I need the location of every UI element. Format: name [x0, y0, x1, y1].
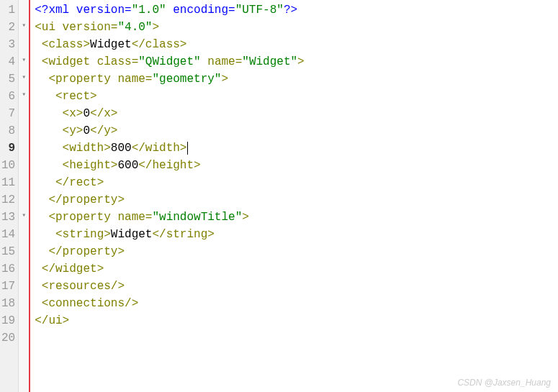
- line-number: 10: [1, 157, 15, 174]
- fold-marker[interactable]: ▾: [19, 69, 29, 86]
- fold-marker: [19, 224, 29, 242]
- line-number: 6: [1, 88, 15, 105]
- line-number: 15: [1, 243, 15, 260]
- line-number: 2: [1, 19, 15, 36]
- fold-marker: [19, 0, 29, 17]
- fold-marker: [19, 173, 29, 190]
- code-line[interactable]: <connections/>: [35, 295, 558, 312]
- fold-marker: [19, 155, 29, 173]
- line-number: 13: [1, 209, 15, 226]
- fold-marker: [19, 35, 29, 52]
- text-cursor: [187, 142, 188, 155]
- line-number: 8: [1, 122, 15, 140]
- fold-marker: [19, 276, 29, 293]
- code-line[interactable]: </property>: [35, 243, 558, 260]
- fold-marker: [19, 293, 29, 311]
- fold-marker: [19, 138, 29, 155]
- line-number: 18: [1, 295, 15, 312]
- fold-marker: [19, 190, 29, 207]
- code-line[interactable]: <width>800</width>: [35, 140, 558, 157]
- code-line[interactable]: <x>0</x>: [35, 105, 558, 122]
- fold-marker[interactable]: ▾: [19, 207, 29, 224]
- fold-marker[interactable]: ▾: [19, 17, 29, 35]
- line-number: 14: [1, 226, 15, 243]
- line-number: 3: [1, 36, 15, 53]
- line-number: 4: [1, 53, 15, 70]
- code-line[interactable]: <property name="geometry">: [35, 70, 558, 88]
- fold-marker: [19, 104, 29, 121]
- fold-marker: [19, 328, 29, 345]
- line-number: 5: [1, 70, 15, 88]
- code-editor[interactable]: 1234567891011121314151617181920 ▾▾▾▾▾ <?…: [0, 0, 558, 392]
- code-line[interactable]: <widget class="QWidget" name="Widget">: [35, 53, 558, 70]
- line-number: 11: [1, 174, 15, 191]
- line-number: 7: [1, 105, 15, 122]
- fold-marker: [19, 311, 29, 328]
- code-line[interactable]: </property>: [35, 191, 558, 209]
- line-number: 20: [1, 329, 15, 347]
- code-line[interactable]: <resources/>: [35, 278, 558, 295]
- code-line[interactable]: <property name="windowTitle">: [35, 209, 558, 226]
- code-line[interactable]: <ui version="4.0">: [35, 19, 558, 36]
- code-line[interactable]: [35, 329, 558, 347]
- watermark: CSDN @Jaxsen_Huang: [457, 378, 551, 388]
- fold-marker[interactable]: ▾: [19, 86, 29, 104]
- line-number: 1: [1, 1, 15, 19]
- code-line[interactable]: <y>0</y>: [35, 122, 558, 140]
- fold-column[interactable]: ▾▾▾▾▾: [19, 0, 30, 392]
- line-number-gutter: 1234567891011121314151617181920: [0, 0, 19, 392]
- code-line[interactable]: </ui>: [35, 312, 558, 329]
- line-number: 16: [1, 260, 15, 278]
- code-line[interactable]: <class>Widget</class>: [35, 36, 558, 53]
- line-number: 9: [1, 140, 15, 157]
- fold-marker: [19, 242, 29, 259]
- code-area[interactable]: <?xml version="1.0" encoding="UTF-8"?><u…: [30, 0, 558, 392]
- code-line[interactable]: <?xml version="1.0" encoding="UTF-8"?>: [35, 1, 558, 19]
- fold-marker: [19, 259, 29, 276]
- code-line[interactable]: </rect>: [35, 174, 558, 191]
- code-line[interactable]: <rect>: [35, 88, 558, 105]
- line-number: 17: [1, 278, 15, 295]
- fold-marker: [19, 121, 29, 138]
- code-line[interactable]: </widget>: [35, 260, 558, 278]
- line-number: 19: [1, 312, 15, 329]
- code-line[interactable]: <height>600</height>: [35, 157, 558, 174]
- code-line[interactable]: <string>Widget</string>: [35, 226, 558, 243]
- fold-marker[interactable]: ▾: [19, 52, 29, 69]
- line-number: 12: [1, 191, 15, 209]
